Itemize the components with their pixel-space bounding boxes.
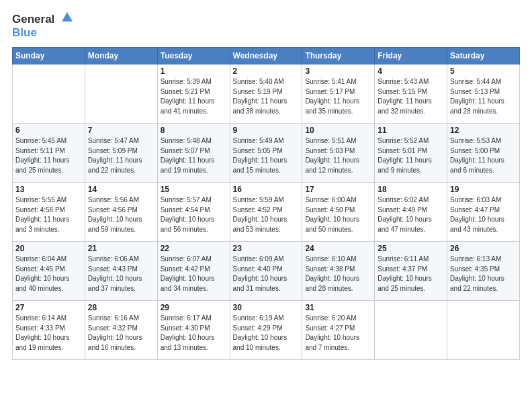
day-number: 23 [233,244,300,253]
day-info: Sunrise: 5:40 AMSunset: 5:19 PMDaylight:… [233,77,300,116]
day-number: 18 [378,185,444,194]
day-info: Sunrise: 6:20 AMSunset: 4:27 PMDaylight:… [305,314,371,353]
calendar-cell: 13Sunrise: 5:55 AMSunset: 4:58 PMDayligh… [13,183,85,242]
day-info: Sunrise: 5:53 AMSunset: 5:00 PMDaylight:… [450,136,517,175]
day-number: 1 [161,66,227,76]
day-number: 10 [305,126,371,135]
day-info: Sunrise: 6:06 AMSunset: 4:43 PMDaylight:… [88,255,154,293]
day-info: Sunrise: 5:59 AMSunset: 4:52 PMDaylight:… [233,195,300,234]
day-info: Sunrise: 5:43 AMSunset: 5:15 PMDaylight:… [378,77,444,116]
calendar-cell [85,64,157,124]
day-header-monday: Monday [85,48,157,64]
day-info: Sunrise: 5:41 AMSunset: 5:17 PMDaylight:… [305,77,371,116]
calendar-cell: 20Sunrise: 6:04 AMSunset: 4:45 PMDayligh… [13,242,85,301]
day-info: Sunrise: 6:16 AMSunset: 4:32 PMDaylight:… [88,314,154,353]
day-number: 13 [15,185,82,194]
calendar-cell: 11Sunrise: 5:52 AMSunset: 5:01 PMDayligh… [375,124,447,183]
logo-svg: General Blue [12,11,73,40]
day-info: Sunrise: 5:51 AMSunset: 5:03 PMDaylight:… [305,136,371,175]
day-header-saturday: Saturday [447,48,520,64]
calendar-cell: 12Sunrise: 5:53 AMSunset: 5:00 PMDayligh… [447,124,520,183]
calendar-week-row: 20Sunrise: 6:04 AMSunset: 4:45 PMDayligh… [13,242,520,301]
day-number: 26 [450,244,517,253]
day-number: 3 [305,66,371,76]
day-info: Sunrise: 5:56 AMSunset: 4:56 PMDaylight:… [88,195,154,234]
calendar-cell: 28Sunrise: 6:16 AMSunset: 4:32 PMDayligh… [85,301,157,360]
calendar-cell: 8Sunrise: 5:48 AMSunset: 5:07 PMDaylight… [157,124,230,183]
day-info: Sunrise: 6:02 AMSunset: 4:49 PMDaylight:… [378,195,444,234]
calendar-cell: 6Sunrise: 5:45 AMSunset: 5:11 PMDaylight… [13,124,85,183]
day-info: Sunrise: 5:57 AMSunset: 4:54 PMDaylight:… [161,195,227,234]
day-info: Sunrise: 6:00 AMSunset: 4:50 PMDaylight:… [305,195,371,234]
calendar-week-row: 13Sunrise: 5:55 AMSunset: 4:58 PMDayligh… [13,183,520,242]
calendar-cell: 26Sunrise: 6:13 AMSunset: 4:35 PMDayligh… [447,242,520,301]
calendar-table: SundayMondayTuesdayWednesdayThursdayFrid… [12,47,520,360]
day-info: Sunrise: 6:10 AMSunset: 4:38 PMDaylight:… [305,255,371,293]
day-number: 30 [233,303,300,312]
day-info: Sunrise: 5:48 AMSunset: 5:07 PMDaylight:… [161,136,227,175]
day-header-wednesday: Wednesday [230,48,302,64]
calendar-cell: 10Sunrise: 5:51 AMSunset: 5:03 PMDayligh… [302,124,375,183]
calendar-cell: 17Sunrise: 6:00 AMSunset: 4:50 PMDayligh… [302,183,375,242]
day-info: Sunrise: 5:52 AMSunset: 5:01 PMDaylight:… [378,136,444,175]
calendar-cell [447,301,520,360]
calendar-cell: 16Sunrise: 5:59 AMSunset: 4:52 PMDayligh… [230,183,302,242]
day-number: 12 [450,126,517,135]
day-number: 6 [15,126,82,135]
calendar-cell: 3Sunrise: 5:41 AMSunset: 5:17 PMDaylight… [302,64,375,124]
calendar-cell: 29Sunrise: 6:17 AMSunset: 4:30 PMDayligh… [157,301,230,360]
day-number: 2 [233,66,300,76]
day-info: Sunrise: 6:09 AMSunset: 4:40 PMDaylight:… [233,255,300,293]
logo-area: General Blue [12,11,73,40]
day-info: Sunrise: 5:44 AMSunset: 5:13 PMDaylight:… [450,77,517,116]
day-number: 4 [378,66,444,76]
page: General Blue SundayMondayTuesdayWednesda… [0,0,532,411]
calendar-cell [375,301,447,360]
day-info: Sunrise: 6:14 AMSunset: 4:33 PMDaylight:… [15,314,82,353]
day-number: 11 [378,126,444,135]
calendar-week-row: 27Sunrise: 6:14 AMSunset: 4:33 PMDayligh… [13,301,520,360]
day-number: 17 [305,185,371,194]
day-number: 8 [161,126,227,135]
day-info: Sunrise: 5:45 AMSunset: 5:11 PMDaylight:… [15,136,82,175]
day-info: Sunrise: 5:55 AMSunset: 4:58 PMDaylight:… [15,195,82,234]
day-info: Sunrise: 5:47 AMSunset: 5:09 PMDaylight:… [88,136,154,175]
day-info: Sunrise: 6:07 AMSunset: 4:42 PMDaylight:… [161,255,227,293]
day-number: 7 [88,126,154,135]
day-number: 21 [88,244,154,253]
calendar-cell: 15Sunrise: 5:57 AMSunset: 4:54 PMDayligh… [157,183,230,242]
day-number: 24 [305,244,371,253]
calendar-cell: 2Sunrise: 5:40 AMSunset: 5:19 PMDaylight… [230,64,302,124]
day-info: Sunrise: 6:19 AMSunset: 4:29 PMDaylight:… [233,314,300,353]
calendar-cell: 21Sunrise: 6:06 AMSunset: 4:43 PMDayligh… [85,242,157,301]
calendar-cell: 1Sunrise: 5:39 AMSunset: 5:21 PMDaylight… [157,64,230,124]
day-info: Sunrise: 5:49 AMSunset: 5:05 PMDaylight:… [233,136,300,175]
calendar-week-row: 6Sunrise: 5:45 AMSunset: 5:11 PMDaylight… [13,124,520,183]
day-number: 25 [378,244,444,253]
day-number: 27 [15,303,82,312]
calendar-cell: 30Sunrise: 6:19 AMSunset: 4:29 PMDayligh… [230,301,302,360]
day-number: 9 [233,126,300,135]
calendar-cell: 24Sunrise: 6:10 AMSunset: 4:38 PMDayligh… [302,242,375,301]
day-info: Sunrise: 6:13 AMSunset: 4:35 PMDaylight:… [450,255,517,293]
calendar-cell: 19Sunrise: 6:03 AMSunset: 4:47 PMDayligh… [447,183,520,242]
day-number: 20 [15,244,82,253]
calendar-cell [13,64,85,124]
calendar-cell: 5Sunrise: 5:44 AMSunset: 5:13 PMDaylight… [447,64,520,124]
day-number: 22 [161,244,227,253]
calendar-cell: 7Sunrise: 5:47 AMSunset: 5:09 PMDaylight… [85,124,157,183]
day-info: Sunrise: 6:04 AMSunset: 4:45 PMDaylight:… [15,255,82,293]
calendar-cell: 27Sunrise: 6:14 AMSunset: 4:33 PMDayligh… [13,301,85,360]
calendar-cell: 9Sunrise: 5:49 AMSunset: 5:05 PMDaylight… [230,124,302,183]
calendar-cell: 22Sunrise: 6:07 AMSunset: 4:42 PMDayligh… [157,242,230,301]
day-number: 19 [450,185,517,194]
day-number: 15 [161,185,227,194]
header: General Blue [12,11,520,40]
calendar-cell: 4Sunrise: 5:43 AMSunset: 5:15 PMDaylight… [375,64,447,124]
calendar-cell: 14Sunrise: 5:56 AMSunset: 4:56 PMDayligh… [85,183,157,242]
day-header-sunday: Sunday [13,48,85,64]
calendar-header-row: SundayMondayTuesdayWednesdayThursdayFrid… [13,48,520,64]
day-header-thursday: Thursday [302,48,375,64]
day-number: 31 [305,303,371,312]
day-number: 28 [88,303,154,312]
